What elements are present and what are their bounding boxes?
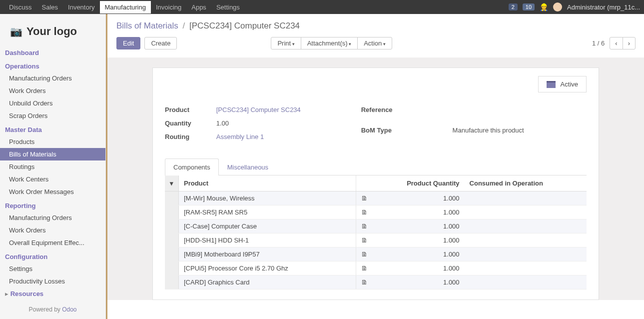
quantity-value: 1.00 bbox=[216, 116, 321, 130]
routing-value[interactable]: Assembly Line 1 bbox=[216, 130, 321, 144]
row-consumed bbox=[465, 192, 587, 206]
table-row[interactable]: [M-Wir] Mouse, Wireless🗎1.000 bbox=[165, 192, 587, 206]
action-menu[interactable]: Action bbox=[357, 37, 392, 50]
row-handle[interactable] bbox=[165, 206, 179, 220]
row-gap bbox=[346, 248, 356, 262]
row-handle[interactable] bbox=[165, 262, 179, 276]
print-menu[interactable]: Print bbox=[271, 37, 301, 50]
sidebar-item-manufacturing-orders[interactable]: Manufacturing Orders bbox=[0, 212, 105, 224]
sidebar-resources[interactable]: Resources bbox=[0, 288, 105, 300]
sidebar-item-work-orders[interactable]: Work Orders bbox=[0, 84, 105, 97]
nav-item-inventory[interactable]: Inventory bbox=[63, 1, 99, 14]
pager-prev[interactable]: ‹ bbox=[610, 37, 623, 50]
row-product: [MBi9] Motherboard I9P57 bbox=[179, 248, 346, 262]
th-attach bbox=[356, 176, 373, 192]
pager-text: 1 / 6 bbox=[592, 40, 605, 47]
th-consumed[interactable]: Consumed in Operation bbox=[465, 176, 587, 192]
row-attachment[interactable]: 🗎 bbox=[356, 262, 373, 276]
edit-button[interactable]: Edit bbox=[116, 37, 140, 50]
row-handle[interactable] bbox=[165, 192, 179, 206]
username[interactable]: Administrator (mrp_11c... bbox=[567, 4, 640, 11]
sidebar-header-configuration[interactable]: Configuration bbox=[0, 249, 105, 262]
table-row[interactable]: [MBi9] Motherboard I9P57🗎1.000 bbox=[165, 248, 587, 262]
nav-item-discuss[interactable]: Discuss bbox=[4, 1, 37, 14]
table-row[interactable]: [RAM-SR5] RAM SR5🗎1.000 bbox=[165, 206, 587, 220]
nav-item-settings[interactable]: Settings bbox=[211, 1, 245, 14]
sidebar-item-overall-equipment-effec-[interactable]: Overall Equipment Effec... bbox=[0, 236, 105, 249]
sidebar-item-routings[interactable]: Routings bbox=[0, 160, 105, 173]
sort-column[interactable]: ▾ bbox=[165, 176, 179, 192]
chat-badge[interactable]: 10 bbox=[523, 4, 535, 10]
row-handle[interactable] bbox=[165, 220, 179, 234]
row-gap bbox=[346, 234, 356, 248]
row-gap bbox=[346, 262, 356, 276]
nav-item-invoicing[interactable]: Invoicing bbox=[151, 1, 186, 14]
sidebar-header-dashboard[interactable]: Dashboard bbox=[0, 45, 105, 58]
pager: 1 / 6 ‹ › bbox=[592, 37, 635, 50]
logo[interactable]: 📷 Your logo bbox=[0, 18, 105, 45]
row-qty: 1.000 bbox=[373, 276, 464, 290]
row-attachment[interactable]: 🗎 bbox=[356, 220, 373, 234]
product-value[interactable]: [PCSC234] Computer SC234 bbox=[216, 103, 321, 116]
row-handle[interactable] bbox=[165, 248, 179, 262]
odoo-link[interactable]: Odoo bbox=[62, 306, 76, 313]
th-product[interactable]: Product bbox=[179, 176, 346, 192]
row-consumed bbox=[465, 220, 587, 234]
attachments-menu[interactable]: Attachment(s) bbox=[301, 37, 358, 50]
table-row[interactable]: [CARD] Graphics Card🗎1.000 bbox=[165, 276, 587, 290]
routing-label: Routing bbox=[165, 130, 216, 144]
tabs: Components Miscellaneous bbox=[165, 158, 587, 176]
row-attachment[interactable]: 🗎 bbox=[356, 206, 373, 220]
nav-item-apps[interactable]: Apps bbox=[186, 1, 211, 14]
sidebar-item-work-orders[interactable]: Work Orders bbox=[0, 224, 105, 236]
worker-icon[interactable]: 👷 bbox=[540, 3, 548, 11]
archive-icon bbox=[547, 81, 556, 88]
pager-next[interactable]: › bbox=[623, 37, 636, 50]
bom-type-value: Manufacture this product bbox=[418, 124, 524, 144]
main: Bills of Materials / [PCSC234] Computer … bbox=[106, 14, 644, 319]
row-consumed bbox=[465, 248, 587, 262]
sidebar-item-settings[interactable]: Settings bbox=[0, 262, 105, 275]
row-handle[interactable] bbox=[165, 276, 179, 290]
sidebar-item-unbuild-orders[interactable]: Unbuild Orders bbox=[0, 97, 105, 110]
file-icon: 🗎 bbox=[361, 250, 368, 258]
row-attachment[interactable]: 🗎 bbox=[356, 276, 373, 290]
product-label: Product bbox=[165, 103, 216, 116]
sidebar-item-productivity-losses[interactable]: Productivity Losses bbox=[0, 275, 105, 288]
row-handle[interactable] bbox=[165, 234, 179, 248]
sidebar: 📷 Your logo DashboardOperationsManufactu… bbox=[0, 14, 106, 319]
create-button[interactable]: Create bbox=[144, 37, 177, 50]
row-attachment[interactable]: 🗎 bbox=[356, 234, 373, 248]
sidebar-header-master-data[interactable]: Master Data bbox=[0, 122, 105, 136]
sidebar-item-work-centers[interactable]: Work Centers bbox=[0, 173, 105, 186]
form-sheet: Active Product [PCSC234] Computer SC234 … bbox=[152, 68, 599, 300]
row-attachment[interactable]: 🗎 bbox=[356, 248, 373, 262]
sidebar-item-bills-of-materials[interactable]: Bills of Materials bbox=[0, 148, 105, 160]
clock-badge[interactable]: 2 bbox=[509, 4, 518, 10]
nav-item-manufacturing[interactable]: Manufacturing bbox=[100, 1, 151, 14]
sidebar-item-products[interactable]: Products bbox=[0, 136, 105, 148]
row-product: [M-Wir] Mouse, Wireless bbox=[179, 192, 346, 206]
row-product: [CPUi5] Processor Core i5 2.70 Ghz bbox=[179, 262, 346, 276]
reference-label: Reference bbox=[361, 103, 418, 124]
sidebar-item-manufacturing-orders[interactable]: Manufacturing Orders bbox=[0, 72, 105, 84]
reference-value bbox=[418, 103, 524, 124]
file-icon: 🗎 bbox=[361, 208, 368, 216]
sidebar-item-scrap-orders[interactable]: Scrap Orders bbox=[0, 110, 105, 122]
th-qty[interactable]: Product Quantity bbox=[373, 176, 464, 192]
nav-item-sales[interactable]: Sales bbox=[37, 1, 63, 14]
table-row[interactable]: [HDD-SH1] HDD SH-1🗎1.000 bbox=[165, 234, 587, 248]
sidebar-item-work-order-messages[interactable]: Work Order Messages bbox=[0, 186, 105, 198]
tab-miscellaneous[interactable]: Miscellaneous bbox=[219, 158, 277, 176]
avatar[interactable] bbox=[553, 2, 562, 12]
row-qty: 1.000 bbox=[373, 262, 464, 276]
status-box[interactable]: Active bbox=[538, 76, 587, 92]
status-label: Active bbox=[561, 80, 578, 88]
sidebar-header-reporting[interactable]: Reporting bbox=[0, 198, 105, 212]
row-attachment[interactable]: 🗎 bbox=[356, 192, 373, 206]
tab-components[interactable]: Components bbox=[165, 158, 219, 176]
table-row[interactable]: [CPUi5] Processor Core i5 2.70 Ghz🗎1.000 bbox=[165, 262, 587, 276]
sidebar-header-operations[interactable]: Operations bbox=[0, 58, 105, 72]
breadcrumb-root[interactable]: Bills of Materials bbox=[116, 21, 178, 30]
table-row[interactable]: [C-Case] Computer Case🗎1.000 bbox=[165, 220, 587, 234]
